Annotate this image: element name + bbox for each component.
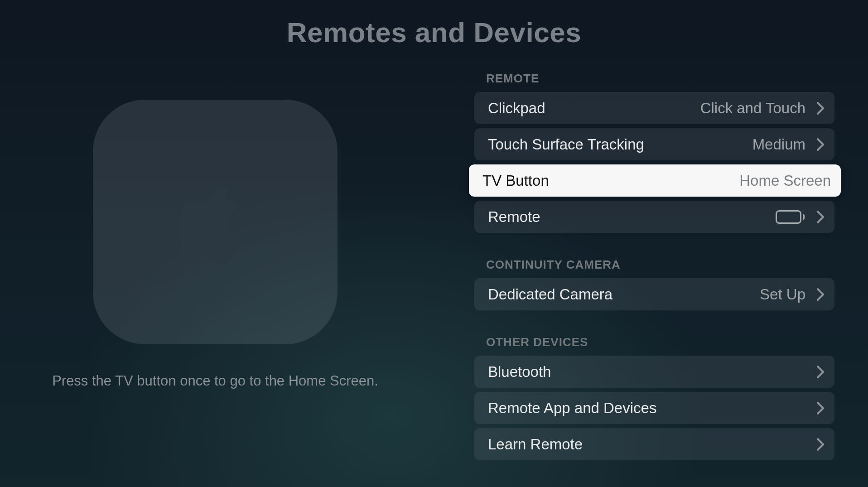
row-value: Medium [752, 136, 805, 153]
section-header: OTHER DEVICES [474, 335, 834, 349]
settings-screen: Remotes and Devices Press the TV button … [0, 0, 868, 487]
section-remote: REMOTEClickpadClick and TouchTouch Surfa… [474, 72, 834, 237]
row-label: Remote App and Devices [488, 400, 805, 417]
apple-logo-icon [179, 179, 251, 265]
chevron-right-icon [816, 288, 825, 301]
row-bluetooth[interactable]: Bluetooth [474, 356, 834, 388]
row-label: Clickpad [488, 100, 694, 117]
row-label: Dedicated Camera [488, 286, 753, 303]
section-header: CONTINUITY CAMERA [474, 258, 834, 272]
row-label: Learn Remote [488, 436, 805, 453]
row-touch-surface-tracking[interactable]: Touch Surface TrackingMedium [474, 128, 834, 160]
row-label: TV Button [482, 172, 733, 189]
battery-icon [776, 209, 805, 225]
chevron-right-icon [816, 401, 825, 415]
chevron-right-icon [816, 438, 825, 451]
row-value: Set Up [760, 286, 805, 303]
row-value: Click and Touch [700, 100, 805, 117]
preview-tile [93, 100, 338, 344]
settings-list: REMOTEClickpadClick and TouchTouch Surfa… [474, 72, 834, 464]
row-tv-button[interactable]: TV ButtonHome Screen [469, 164, 841, 197]
chevron-right-icon [816, 365, 825, 379]
row-label: Remote [488, 208, 769, 226]
row-label: Bluetooth [488, 363, 805, 381]
row-label: Touch Surface Tracking [488, 136, 746, 153]
row-dedicated-camera[interactable]: Dedicated CameraSet Up [474, 278, 834, 310]
preview-pane: Press the TV button once to go to the Ho… [52, 100, 378, 389]
chevron-right-icon [816, 210, 825, 224]
row-remote[interactable]: Remote [474, 201, 834, 233]
row-value: Home Screen [739, 172, 831, 189]
section-other-devices: OTHER DEVICESBluetoothRemote App and Dev… [474, 335, 834, 464]
preview-caption: Press the TV button once to go to the Ho… [52, 373, 378, 389]
chevron-right-icon [816, 138, 825, 151]
page-title: Remotes and Devices [0, 16, 868, 48]
chevron-right-icon [816, 101, 825, 115]
row-remote-app-and-devices[interactable]: Remote App and Devices [474, 392, 834, 424]
section-header: REMOTE [474, 72, 834, 86]
row-learn-remote[interactable]: Learn Remote [474, 428, 834, 460]
row-clickpad[interactable]: ClickpadClick and Touch [474, 92, 834, 124]
section-continuity-camera: CONTINUITY CAMERADedicated CameraSet Up [474, 258, 834, 314]
